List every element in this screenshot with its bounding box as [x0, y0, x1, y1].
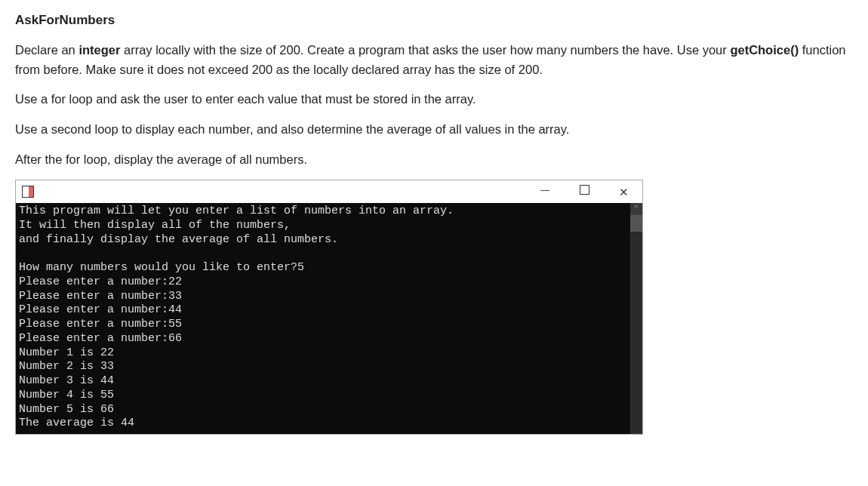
window-controls: ✕ — [534, 183, 635, 201]
console-line: How many numbers would you like to enter… — [19, 261, 642, 275]
console-line: Number 3 is 44 — [19, 374, 642, 389]
bold-getchoice: getChoice() — [730, 43, 799, 57]
console-window: ✕ This program will let you enter a list… — [15, 180, 643, 435]
paragraph-2: Use a for loop and ask the user to enter… — [15, 90, 853, 109]
text: array locally with the size of 200. Crea… — [120, 43, 730, 57]
console-line: Number 5 is 66 — [19, 403, 642, 417]
console-line: and finally display the average of all n… — [19, 233, 642, 248]
app-icon — [22, 186, 34, 198]
scroll-thumb[interactable] — [630, 215, 642, 232]
text: Declare an — [15, 43, 78, 57]
console-output: This program will let you enter a list o… — [19, 205, 642, 431]
page-title: AskForNumbers — [15, 11, 853, 30]
titlebar: ✕ — [16, 180, 642, 203]
console-line: Number 1 is 22 — [19, 346, 642, 361]
console-line: Please enter a number:33 — [19, 290, 642, 304]
console-line: Please enter a number:55 — [19, 318, 642, 332]
console-line: Number 2 is 33 — [19, 360, 642, 374]
paragraph-1: Declare an integer array locally with th… — [15, 41, 853, 79]
minimize-button[interactable] — [534, 183, 556, 200]
close-button[interactable]: ✕ — [612, 183, 635, 201]
maximize-button[interactable] — [573, 183, 596, 200]
console-body: This program will let you enter a list o… — [16, 203, 642, 434]
paragraph-3: Use a second loop to display each number… — [15, 120, 853, 140]
console-line: The average is 44 — [19, 417, 642, 431]
console-line: Please enter a number:44 — [19, 303, 642, 318]
console-line: This program will let you enter a list o… — [19, 205, 642, 219]
console-line: Please enter a number:22 — [19, 275, 642, 290]
bold-integer: integer — [78, 43, 120, 57]
console-line: It will then display all of the numbers, — [19, 219, 642, 233]
scroll-up-icon[interactable]: ⌃ — [630, 203, 642, 215]
scrollbar[interactable]: ⌃ — [630, 203, 642, 434]
paragraph-4: After the for loop, display the average … — [15, 150, 853, 170]
console-line: Please enter a number:66 — [19, 332, 642, 346]
console-line — [19, 247, 642, 261]
console-line: Number 4 is 55 — [19, 389, 642, 403]
